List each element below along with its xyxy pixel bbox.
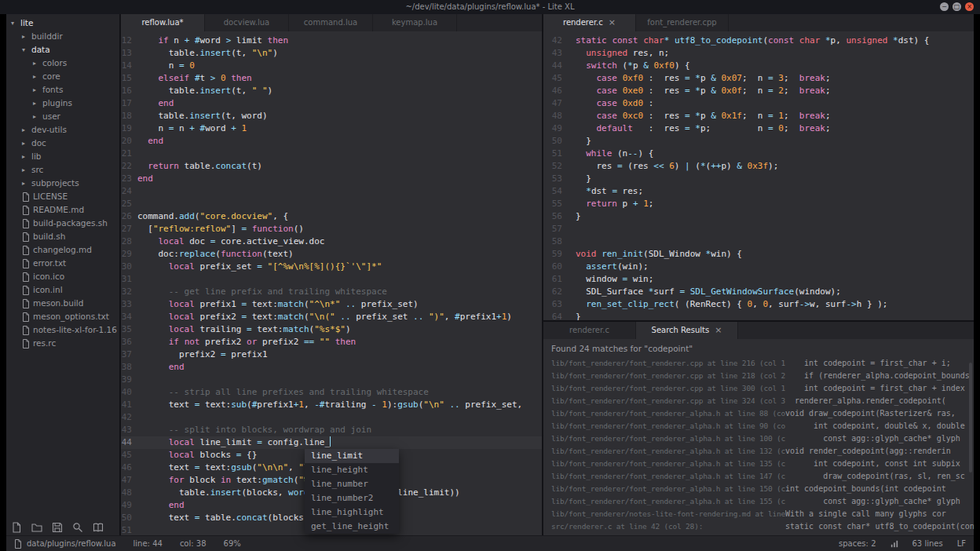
code-line-28[interactable]: 28 local doc = core.active_view.doc xyxy=(121,235,542,248)
code-line-45[interactable]: 45 case 0xf0 : res = *p & 0x07; n = 3; b… xyxy=(543,72,974,85)
tree-item-build-sh[interactable]: build.sh xyxy=(6,230,119,243)
autocomplete-item-line-highlight[interactable]: line_highlight xyxy=(305,505,399,520)
autocomplete-item-line-limit[interactable]: line_limit xyxy=(305,449,399,463)
minimize-button[interactable]: − xyxy=(940,2,949,11)
tree-item-readme-md[interactable]: README.md xyxy=(6,203,119,217)
results-scrollbar[interactable] xyxy=(969,363,972,473)
tree-item-build-packages-sh[interactable]: build-packages.sh xyxy=(6,217,119,230)
tree-item-changelog-md[interactable]: changelog.md xyxy=(6,243,119,257)
tree-item-src[interactable]: ▸src xyxy=(6,163,119,177)
search-result-row-12[interactable]: lib/font_renderer/font_renderer_alpha.h … xyxy=(543,495,974,508)
code-line-43[interactable]: 43 unsigned res, n; xyxy=(543,47,974,60)
code-line-43[interactable]: 43 -- split into blocks, wordwrap and jo… xyxy=(121,424,542,436)
code-line-47[interactable]: 47 case 0xd0 : xyxy=(543,97,974,110)
autocomplete-item-get-line-height[interactable]: get_line_height xyxy=(305,520,399,534)
tree-item-lib[interactable]: ▸lib xyxy=(6,150,119,163)
code-line-32[interactable]: 32 -- get line prefix and trailing white… xyxy=(121,286,542,298)
search-result-row-9[interactable]: lib/font_renderer/font_renderer_alpha.h … xyxy=(543,458,974,470)
tab-font-renderer-cpp[interactable]: font_renderer.cpp xyxy=(636,14,729,31)
code-line-41[interactable]: 41 text = text:sub(#prefix1+1, -#trailin… xyxy=(121,399,542,411)
code-line-33[interactable]: 33 local prefix1 = text:match("^\n*" .. … xyxy=(121,298,542,311)
code-line-23[interactable]: 23end xyxy=(121,173,542,185)
tree-item-icon-inl[interactable]: icon.inl xyxy=(6,283,119,297)
statusbar-col[interactable]: col: 38 xyxy=(180,539,207,548)
code-line-12[interactable]: 12 if n + #word > limit then xyxy=(121,35,542,47)
autocomplete-item-line-number2[interactable]: line_number2 xyxy=(305,491,399,505)
book-icon[interactable] xyxy=(93,521,104,532)
search-result-row-6[interactable]: lib/font_renderer/font_renderer_alpha.h … xyxy=(543,420,974,432)
tree-item-dev-utils[interactable]: ▸dev-utils xyxy=(6,123,119,137)
autocomplete-item-line-number[interactable]: line_number xyxy=(305,477,399,491)
code-line-51[interactable]: 51 while (n--) { xyxy=(543,148,974,160)
code-line-20[interactable]: 20 end xyxy=(121,135,542,148)
tab-search-results[interactable]: Search Results× xyxy=(636,322,738,339)
code-line-17[interactable]: 17 end xyxy=(121,97,542,110)
tree-item-core[interactable]: ▸core xyxy=(6,70,119,83)
code-line-58[interactable]: 58 xyxy=(543,235,974,248)
code-line-60[interactable]: 60 assert(win); xyxy=(543,261,974,273)
search-icon[interactable] xyxy=(72,521,83,532)
code-line-38[interactable]: 38 end xyxy=(121,361,542,374)
search-result-row-8[interactable]: lib/font_renderer/font_renderer_alpha.h … xyxy=(543,445,974,458)
statusbar-eol[interactable]: LF xyxy=(957,539,966,548)
code-line-48[interactable]: 48 case 0xc0 : res = *p & 0x1f; n = 1; b… xyxy=(543,110,974,122)
tree-item-user[interactable]: ▸user xyxy=(6,110,119,123)
close-button[interactable]: × xyxy=(965,2,974,11)
tab-close-icon[interactable]: × xyxy=(609,14,616,31)
code-line-22[interactable]: 22 return table.concat(t) xyxy=(121,160,542,173)
tab-reflow-lua[interactable]: reflow.lua* xyxy=(121,14,205,31)
code-line-49[interactable]: 49 default : res = *p; n = 0; break; xyxy=(543,122,974,135)
code-line-44[interactable]: 44 switch (*p & 0xf0) { xyxy=(543,60,974,72)
maximize-button[interactable]: □ xyxy=(953,2,961,11)
save-icon[interactable] xyxy=(52,521,63,532)
tab-docview-lua[interactable]: docview.lua xyxy=(205,14,289,31)
right-editor-code[interactable]: 42static const char* utf8_to_codepoint(c… xyxy=(543,31,974,320)
code-line-35[interactable]: 35 local trailing = text:match("%s*$") xyxy=(121,323,542,336)
code-line-55[interactable]: 55 return p + 1; xyxy=(543,198,974,210)
tree-item-doc[interactable]: ▸doc xyxy=(6,137,119,150)
code-line-34[interactable]: 34 local prefix2 = text:match("\n(" .. p… xyxy=(121,311,542,323)
code-line-53[interactable]: 53 } xyxy=(543,173,974,185)
tree-item-colors[interactable]: ▸colors xyxy=(6,57,119,70)
code-line-18[interactable]: 18 table.insert(t, word) xyxy=(121,110,542,122)
tree-item-fonts[interactable]: ▸fonts xyxy=(6,83,119,97)
search-result-row-4[interactable]: lib/font_renderer/font_renderer.cpp at l… xyxy=(543,395,974,407)
code-line-21[interactable]: 21 xyxy=(121,148,542,160)
tree-item-meson-options-txt[interactable]: meson_options.txt xyxy=(6,310,119,323)
search-result-row-2[interactable]: lib/font_renderer/font_renderer.cpp at l… xyxy=(543,370,974,382)
code-line-61[interactable]: 61 window = win; xyxy=(543,273,974,286)
open-folder-icon[interactable] xyxy=(31,521,42,532)
code-line-31[interactable]: 31 xyxy=(121,273,542,286)
search-result-row-1[interactable]: lib/font_renderer/font_renderer.cpp at l… xyxy=(543,357,974,370)
code-line-15[interactable]: 15 elseif #t > 0 then xyxy=(121,72,542,85)
code-line-44[interactable]: 44 local line_limit = config.line_ xyxy=(121,436,542,449)
search-result-row-14[interactable]: src/renderer.c at line 42 (col 28): stat… xyxy=(543,520,974,533)
autocomplete-item-line-height[interactable]: line_height xyxy=(305,463,399,477)
code-line-42[interactable]: 42 xyxy=(121,411,542,424)
search-result-row-11[interactable]: lib/font_renderer/font_renderer_alpha.h … xyxy=(543,483,974,495)
statusbar-line[interactable]: line: 44 xyxy=(133,539,163,548)
tree-item-builddir[interactable]: ▸builddir xyxy=(6,30,119,43)
tree-item-plugins[interactable]: ▸plugins xyxy=(6,97,119,110)
tree-item-res-rc[interactable]: res.rc xyxy=(6,337,119,350)
statusbar-file[interactable]: data/plugins/reflow.lua xyxy=(14,539,116,549)
tab-keymap-lua[interactable]: keymap.lua xyxy=(373,14,457,31)
code-line-39[interactable]: 39 xyxy=(121,374,542,386)
search-result-row-3[interactable]: lib/font_renderer/font_renderer.cpp at l… xyxy=(543,382,974,395)
code-line-37[interactable]: 37 prefix2 = prefix1 xyxy=(121,348,542,361)
tab-close-icon[interactable]: × xyxy=(715,322,722,339)
tree-item-notes-lite-xl-for-1-16[interactable]: notes-lite-xl-for-1.16 xyxy=(6,323,119,337)
code-line-29[interactable]: 29 doc:replace(function(text) xyxy=(121,248,542,261)
code-line-36[interactable]: 36 if not prefix2 or prefix2 == "" then xyxy=(121,336,542,348)
statusbar-spaces[interactable]: spaces: 2 xyxy=(839,539,876,548)
tab-command-lua[interactable]: command.lua xyxy=(289,14,373,31)
code-line-14[interactable]: 14 n = 0 xyxy=(121,60,542,72)
tab-renderer-c[interactable]: renderer.c xyxy=(543,322,636,339)
search-result-row-7[interactable]: lib/font_renderer/font_renderer_alpha.h … xyxy=(543,432,974,445)
tree-item-meson-build[interactable]: meson.build xyxy=(6,297,119,310)
statusbar-percent[interactable]: 69% xyxy=(224,539,241,548)
code-line-24[interactable]: 24 xyxy=(121,185,542,198)
tree-item-data[interactable]: ▾data xyxy=(6,43,119,57)
code-line-40[interactable]: 40 -- strip all line prefixes and traili… xyxy=(121,386,542,399)
code-line-42[interactable]: 42static const char* utf8_to_codepoint(c… xyxy=(543,35,974,47)
